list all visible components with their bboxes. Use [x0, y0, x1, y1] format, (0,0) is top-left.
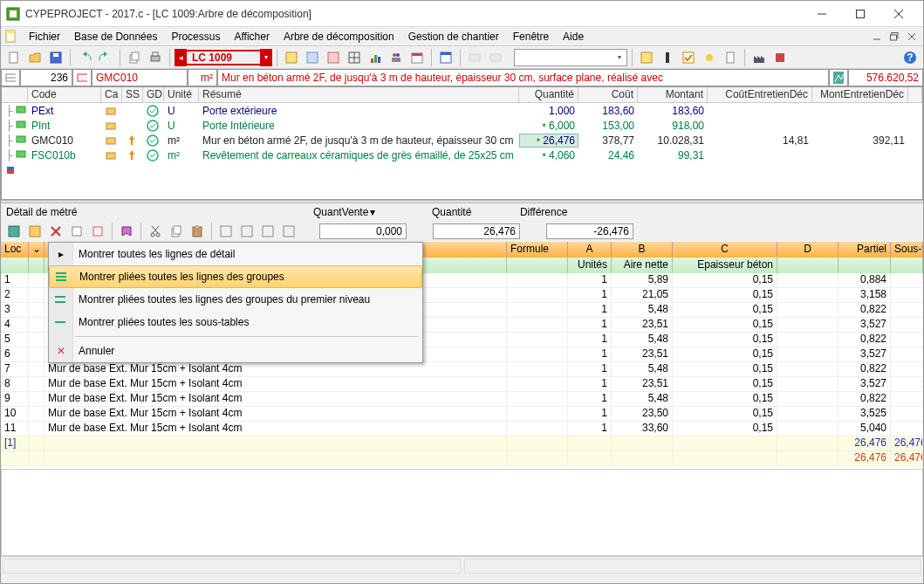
tree-row[interactable]: ├ FSC010bm²Revêtement de carreaux cérami… — [2, 148, 922, 162]
dt-3[interactable] — [67, 222, 86, 241]
ctx-show-all-lines[interactable]: ▸ Montrer toutes les lignes de détail — [49, 243, 422, 265]
svg-rect-77 — [242, 226, 252, 237]
ctx-cancel[interactable]: ✕ Annuler — [49, 340, 422, 362]
dt-copy-icon[interactable] — [167, 222, 186, 241]
info-description: Mur en béton armé 2F, de jusqu'à 3 m de … — [217, 69, 829, 86]
detail-row[interactable]: 11Mur de base Ext. Mur 15cm + Isolant 4c… — [1, 422, 923, 436]
tool-chart-icon[interactable] — [366, 48, 385, 67]
tool-doc-icon[interactable] — [721, 48, 740, 67]
dt-book-icon[interactable] — [117, 222, 136, 241]
tool-calendar-icon[interactable] — [407, 48, 427, 67]
tool-note-icon[interactable] — [637, 48, 656, 67]
detail-row[interactable]: 8Mur de base Ext. Mur 15cm + Isolant 4cm… — [1, 377, 923, 392]
info-icon-1[interactable] — [1, 69, 20, 86]
svg-rect-18 — [151, 56, 160, 61]
menu-aide[interactable]: Aide — [556, 29, 591, 45]
menu-afficher[interactable]: Afficher — [227, 29, 276, 45]
svg-rect-56 — [131, 140, 133, 145]
detail-row[interactable]: 9Mur de base Ext. Mur 15cm + Isolant 4cm… — [1, 392, 923, 407]
info-code: GMC010 — [92, 69, 188, 86]
maximize-button[interactable] — [841, 2, 880, 26]
detail-row[interactable]: 10Mur de base Ext. Mur 15cm + Isolant 4c… — [1, 407, 923, 422]
tool-check-icon[interactable] — [679, 48, 698, 67]
tree-row[interactable]: ├ GMC010m²Mur en béton armé 2F, de jusqu… — [2, 133, 922, 148]
svg-rect-53 — [106, 123, 115, 129]
tool-grid-icon[interactable] — [345, 48, 364, 67]
svg-point-41 — [706, 54, 713, 61]
tool-b-icon[interactable] — [303, 48, 322, 67]
detail-grid[interactable]: Loc ⌄ Commentaire Formule A B C D Partie… — [1, 242, 923, 469]
close-button[interactable] — [880, 2, 918, 26]
svg-rect-43 — [776, 53, 784, 62]
d-label: Différence — [497, 206, 567, 218]
tool-people-icon[interactable] — [387, 48, 406, 67]
menu-chantier[interactable]: Gestion de chantier — [401, 29, 506, 45]
dt-8[interactable] — [279, 222, 298, 241]
menu-fenetre[interactable]: Fenêtre — [506, 29, 556, 45]
menu-bdd[interactable]: Base de Données — [67, 29, 164, 45]
tool-red-icon[interactable] — [770, 48, 790, 67]
menu-processus[interactable]: Processus — [164, 29, 227, 45]
menu-arbre[interactable]: Arbre de décomposition — [277, 29, 401, 45]
open-file-button[interactable] — [25, 48, 44, 67]
tool-c-icon[interactable] — [324, 48, 343, 67]
svg-rect-37 — [490, 54, 501, 61]
lc-prev-icon[interactable]: ◂ — [175, 49, 187, 66]
tool-h2-icon[interactable] — [486, 48, 505, 67]
tool-h1-icon[interactable] — [465, 48, 484, 67]
ctx-fold-group-lines[interactable]: Montrer pliées toutes les lignes des gro… — [49, 265, 422, 288]
lc-dropdown-icon[interactable]: ▾ — [260, 49, 272, 66]
svg-line-71 — [152, 226, 158, 233]
info-icon-2[interactable] — [72, 69, 92, 86]
minimize-button[interactable] — [803, 2, 841, 26]
tool-flag-icon[interactable] — [658, 48, 677, 67]
ctx-fold-first-level[interactable]: Montrer pliées toutes les lignes des gro… — [49, 288, 422, 311]
mdi-close-button[interactable] — [904, 30, 920, 44]
tool-sun-icon[interactable] — [700, 48, 719, 67]
lc-selector[interactable]: ◂ LC 1009 ▾ — [175, 49, 272, 66]
empty-area — [1, 469, 923, 556]
menu-fichier[interactable]: Fichier — [22, 29, 67, 45]
tool-print-icon[interactable] — [146, 48, 165, 67]
dt-del[interactable] — [46, 222, 65, 241]
svg-rect-39 — [666, 52, 669, 63]
mdi-minimize-button[interactable] — [869, 30, 885, 44]
tool-factory-icon[interactable] — [749, 48, 769, 67]
dt-7[interactable] — [258, 222, 277, 241]
svg-rect-59 — [131, 155, 133, 160]
dt-1[interactable] — [4, 222, 24, 241]
statusbar — [1, 556, 923, 575]
dt-cut-icon[interactable] — [146, 222, 165, 241]
dt-4[interactable] — [88, 222, 107, 241]
svg-point-30 — [396, 53, 400, 57]
tool-copy-icon[interactable] — [125, 48, 144, 67]
total-row: 26,476 26,476 — [1, 451, 923, 466]
detail-row[interactable]: 7Mur de base Ext. Mur 15cm + Isolant 4cm… — [1, 362, 923, 377]
ctx-fold-subtables[interactable]: Montrer pliées toutes les sous-tables — [49, 311, 422, 333]
decomposition-tree[interactable]: Code Ca SS GD Unité Résumé Quantité Coût… — [1, 86, 923, 200]
filter-combo[interactable]: ▾ — [514, 49, 627, 66]
redo-button[interactable] — [96, 48, 115, 67]
undo-button[interactable] — [75, 48, 94, 67]
mdi-restore-button[interactable] — [886, 30, 902, 44]
expand-icon[interactable]: ⌄ — [32, 243, 41, 255]
svg-rect-51 — [106, 108, 115, 114]
info-map-icon[interactable] — [829, 69, 848, 86]
dt-6[interactable] — [237, 222, 257, 241]
tool-a-icon[interactable] — [282, 48, 301, 67]
window-title: CYPEPROJECT - 2017.c - [LC 1009:Arbre de… — [25, 8, 803, 20]
tree-row[interactable]: ├ PExtUPorte extérieure1,000183,60183,60 — [2, 103, 922, 118]
app-icon — [6, 7, 20, 21]
svg-rect-17 — [132, 52, 139, 60]
dt-2[interactable] — [25, 222, 44, 241]
info-number: 236 — [20, 69, 72, 86]
save-button[interactable] — [46, 48, 65, 67]
tool-window-icon[interactable] — [436, 48, 455, 67]
tree-row[interactable]: ├ PIntUPorte Intérieure• 6,000153,00918,… — [2, 118, 922, 133]
dt-5[interactable] — [216, 222, 236, 241]
help-button[interactable]: ? — [900, 48, 920, 67]
svg-rect-38 — [641, 52, 652, 63]
new-file-button[interactable] — [4, 48, 24, 67]
dt-paste-icon[interactable] — [188, 222, 207, 241]
svg-rect-50 — [17, 106, 25, 113]
